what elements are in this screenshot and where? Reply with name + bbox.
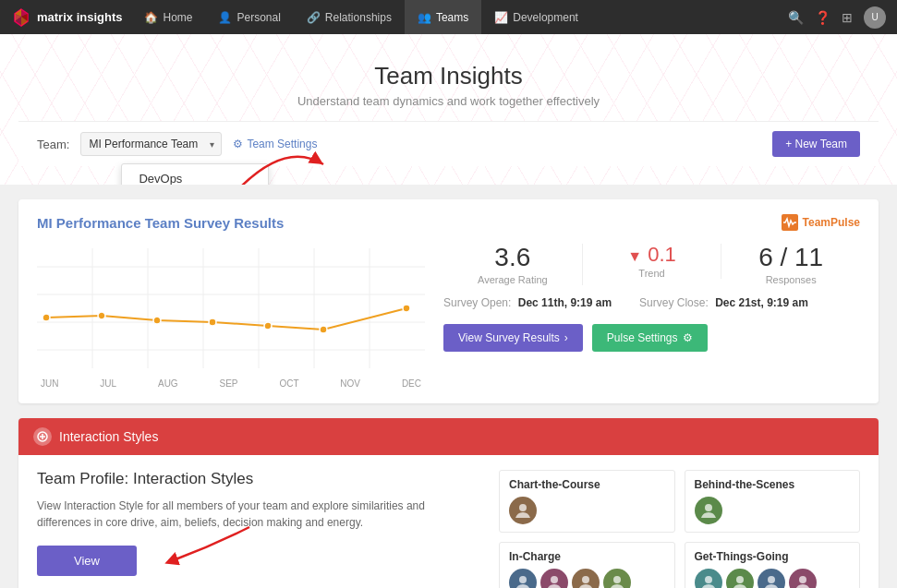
chart-label-aug: AUG — [158, 378, 178, 389]
style-avatar-4 — [540, 569, 568, 588]
pulse-wave-icon — [783, 217, 796, 228]
survey-chart: JUN JUL AUG SEP OCT NOV DEC — [37, 244, 425, 389]
hero-subtitle: Understand team dynamics and work togeth… — [18, 94, 879, 108]
survey-stats: 3.6 Average Rating ▼ 0.1 Trend 6 / 11 Re… — [443, 244, 860, 389]
style-avatar-5 — [572, 569, 600, 588]
team-label: Team: — [37, 138, 69, 151]
average-rating-label: Average Rating — [455, 274, 571, 285]
style-title-behind-scenes: Behind-the-Scenes — [695, 478, 851, 491]
svg-point-33 — [705, 576, 712, 583]
interaction-right-panel: Chart-the-Course Behind-the-Scenes — [499, 470, 860, 588]
view-arrow-decoration — [157, 518, 296, 573]
stats-row: 3.6 Average Rating ▼ 0.1 Trend 6 / 11 Re… — [443, 244, 860, 285]
settings-gear-icon: ⚙ — [233, 138, 243, 150]
svg-point-21 — [264, 322, 272, 330]
style-avatars-chart-course — [509, 497, 665, 524]
svg-point-29 — [519, 576, 527, 583]
nav-personal[interactable]: 👤 Personal — [205, 0, 293, 34]
chart-label-oct: OCT — [279, 378, 298, 389]
user-avatar[interactable]: U — [864, 6, 886, 29]
help-icon[interactable]: ❓ — [815, 10, 830, 25]
style-avatar-2 — [695, 497, 722, 524]
style-box-chart-course: Chart-the-Course — [499, 470, 675, 533]
interaction-section-title: Interaction Styles — [59, 429, 158, 444]
teampulse-icon — [782, 214, 798, 231]
chart-label-sep: SEP — [220, 378, 238, 389]
grid-icon[interactable]: ⊞ — [842, 10, 853, 25]
app-logo[interactable]: matrix insights — [11, 7, 122, 28]
svg-point-30 — [551, 576, 558, 583]
style-box-behind-scenes: Behind-the-Scenes — [685, 470, 861, 533]
chevron-right-icon: › — [564, 331, 568, 344]
svg-point-23 — [403, 305, 410, 312]
style-title-get-things-going: Get-Things-Going — [695, 550, 851, 563]
svg-point-19 — [153, 317, 161, 324]
settings-icon: ⚙ — [683, 331, 693, 344]
chart-x-labels: JUN JUL AUG SEP OCT NOV DEC — [37, 378, 425, 389]
team-dropdown-overlay: DevOps ✓ MI Performance Team — [121, 163, 269, 185]
navbar: matrix insights 🏠 Home 👤 Personal 🔗 Rela… — [0, 0, 897, 34]
interaction-body: Team Profile: Interaction Styles View In… — [18, 455, 879, 588]
stat-responses: 6 / 11 Responses — [721, 244, 860, 285]
survey-title: MI Performance Team Survey Results — [37, 215, 284, 231]
style-avatar-8 — [726, 569, 754, 588]
responses-label: Responses — [733, 274, 849, 285]
interaction-styles-section: Interaction Styles Team Profile: Interac… — [18, 418, 879, 588]
survey-open-label: Survey Open: — [443, 296, 511, 309]
hero-title: Team Insights — [18, 62, 879, 90]
nav-development[interactable]: 📈 Development — [481, 0, 591, 34]
svg-point-22 — [320, 326, 327, 333]
logo-gem-icon — [11, 7, 31, 28]
nav-right: 🔍 ❓ ⊞ U — [788, 6, 886, 29]
interaction-icon-svg — [37, 431, 48, 442]
survey-open-value: Dec 11th, 9:19 am — [518, 296, 612, 309]
svg-point-18 — [98, 312, 105, 319]
average-rating-value: 3.6 — [455, 244, 571, 272]
chart-label-dec: DEC — [402, 378, 421, 389]
team-settings-link[interactable]: ⚙ Team Settings — [233, 138, 317, 150]
chart-label-nov: NOV — [340, 378, 360, 389]
team-selector-bar: Team: DevOps MI Performance Team ▾ — [18, 121, 879, 166]
relationships-icon: 🔗 — [307, 11, 321, 24]
style-box-in-charge: In-Charge — [499, 542, 675, 588]
survey-body: JUN JUL AUG SEP OCT NOV DEC 3.6 Average … — [37, 244, 860, 389]
interaction-header: Interaction Styles — [18, 418, 879, 455]
svg-point-27 — [519, 504, 527, 511]
survey-card: MI Performance Team Survey Results TeamP… — [18, 199, 879, 403]
chart-label-jul: JUL — [100, 378, 116, 389]
development-icon: 📈 — [494, 11, 508, 24]
svg-point-36 — [799, 576, 806, 583]
teams-icon: 👥 — [418, 11, 431, 24]
style-box-get-things-going: Get-Things-Going — [685, 542, 861, 588]
nav-items: 🏠 Home 👤 Personal 🔗 Relationships 👥 Team… — [131, 0, 788, 34]
responses-value: 6 / 11 — [733, 244, 849, 272]
survey-close-date: Survey Close: Dec 21st, 9:19 am — [639, 296, 808, 309]
nav-relationships[interactable]: 🔗 Relationships — [294, 0, 405, 34]
stat-average-rating: 3.6 Average Rating — [443, 244, 583, 285]
svg-point-31 — [582, 576, 589, 583]
app-name: matrix insights — [37, 10, 122, 24]
style-avatar-1 — [509, 497, 537, 524]
new-team-button[interactable]: + New Team — [772, 131, 860, 157]
survey-actions: View Survey Results › Pulse Settings ⚙ — [443, 324, 860, 352]
style-avatar-9 — [758, 569, 785, 588]
line-chart-svg — [37, 244, 425, 373]
interaction-header-icon — [33, 427, 52, 446]
interaction-left-panel: Team Profile: Interaction Styles View In… — [37, 470, 480, 588]
avatar-person-icon — [699, 501, 718, 520]
team-select-wrapper: DevOps MI Performance Team ▾ Dev — [80, 132, 222, 156]
team-select-dropdown[interactable]: DevOps MI Performance Team — [80, 132, 222, 156]
view-interaction-button[interactable]: View — [37, 546, 137, 576]
style-title-in-charge: In-Charge — [509, 550, 665, 563]
view-survey-results-button[interactable]: View Survey Results › — [443, 324, 583, 352]
nav-home[interactable]: 🏠 Home — [131, 0, 205, 34]
style-avatars-in-charge — [509, 569, 665, 588]
hero-section: Team Insights Understand team dynamics a… — [0, 34, 897, 185]
survey-close-value: Dec 21st, 9:19 am — [715, 296, 808, 309]
pulse-settings-button[interactable]: Pulse Settings ⚙ — [592, 324, 708, 352]
svg-point-32 — [613, 576, 621, 583]
nav-teams[interactable]: 👥 Teams — [405, 0, 481, 34]
survey-open-date: Survey Open: Dec 11th, 9:19 am — [443, 296, 612, 309]
search-icon[interactable]: 🔍 — [788, 10, 804, 25]
teampulse-badge: TeamPulse — [782, 214, 860, 231]
